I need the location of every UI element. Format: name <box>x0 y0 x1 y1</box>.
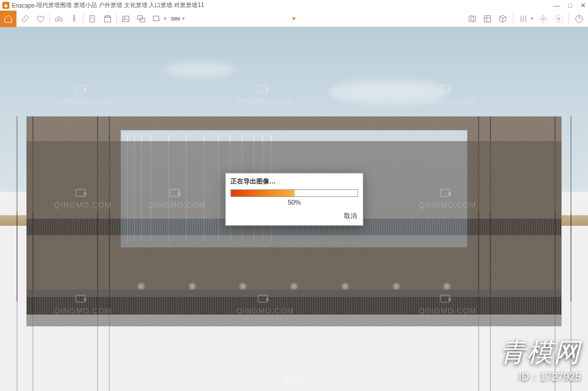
watermark-logo-icon <box>75 189 86 197</box>
walk-icon[interactable] <box>69 14 79 24</box>
progress-percent-label: 50% <box>226 197 363 209</box>
cloud-graphic <box>165 62 235 77</box>
dropdown-caret-icon[interactable]: ▾ <box>164 16 166 21</box>
watermark-text: QINGMO.COM <box>54 96 112 105</box>
link-icon[interactable] <box>20 14 31 24</box>
render-viewport[interactable]: QINGMO.COM QINGMO.COM QINGMO.COM QINGMO.… <box>0 27 588 391</box>
main-toolbar: ▾ BIM▾ ▾ ▾ <box>0 11 588 27</box>
svg-point-11 <box>542 18 544 20</box>
watermark-logo-icon <box>440 189 450 197</box>
watermark-text: QINGMO.COM <box>236 96 294 105</box>
svg-point-0 <box>55 18 58 21</box>
batch-export-icon[interactable] <box>136 14 146 24</box>
center-indicator-icon: ▾ <box>292 15 296 22</box>
watermark-text: QINGMO.COM <box>419 200 476 209</box>
binoculars-icon[interactable] <box>54 14 64 24</box>
watermark-text: QINGMO.COM <box>236 306 294 315</box>
watermark-logo-icon <box>169 189 180 197</box>
dialog-title: 正在导出图像… <box>226 173 363 188</box>
watermark-logo-icon <box>440 295 450 303</box>
svg-rect-4 <box>105 17 111 22</box>
svg-point-2 <box>74 15 75 17</box>
settings-icon[interactable] <box>553 14 564 24</box>
bim-label[interactable]: BIM <box>171 16 180 22</box>
watermark-text: QINGMO.COM <box>148 200 206 209</box>
help-icon[interactable] <box>574 14 584 24</box>
model-id-label: ID：1727925 <box>519 370 581 384</box>
dropdown-caret-icon[interactable]: ▾ <box>531 16 533 21</box>
svg-rect-10 <box>485 15 491 22</box>
export-settings-icon[interactable] <box>151 14 162 24</box>
watermark-logo-icon <box>440 85 450 93</box>
watermark-text: QINGMO.COM <box>54 200 112 209</box>
dropdown-caret-icon[interactable]: ▾ <box>182 16 185 21</box>
app-logo-icon: ◆ <box>2 2 9 9</box>
export-progress-dialog: 正在导出图像… 50% 取消 <box>225 173 363 226</box>
window-titlebar: ◆ Enscape - 现代景墙围墙 景墙小品 户外景墙 文化景墙 入口景墙 对… <box>0 0 588 11</box>
brand-watermark: 青模网 <box>500 335 581 370</box>
watermark-logo-icon <box>258 295 268 303</box>
cancel-button[interactable]: 取消 <box>344 212 357 219</box>
window-maximize-button[interactable]: □ <box>568 2 572 9</box>
building-icon[interactable] <box>87 14 98 24</box>
map-icon[interactable] <box>467 14 477 24</box>
watermark-text: QINGMO.COM <box>419 306 476 315</box>
watermark-text: QINGMO.COM <box>419 96 476 105</box>
watermark-logo-icon <box>75 295 86 303</box>
home-button[interactable] <box>0 11 16 27</box>
cube-icon[interactable] <box>497 14 508 24</box>
watermark-logo-icon <box>75 85 86 93</box>
watermark-logo-icon <box>258 85 268 93</box>
clapper-icon[interactable] <box>102 14 113 24</box>
favorite-icon[interactable] <box>35 14 46 24</box>
app-name: Enscape <box>12 2 35 9</box>
progress-bar <box>230 189 358 197</box>
bottom-watermark: 青模网 <box>283 375 306 385</box>
progress-fill <box>231 190 295 196</box>
svg-point-12 <box>557 18 560 20</box>
window-close-button[interactable]: ✕ <box>580 2 586 9</box>
svg-rect-3 <box>90 15 95 22</box>
watermark-text: QINGMO.COM <box>54 306 112 315</box>
toolbar-separator <box>569 14 569 24</box>
asset-library-icon[interactable] <box>482 14 493 24</box>
views-icon[interactable] <box>518 14 529 24</box>
svg-rect-9 <box>153 16 159 21</box>
visual-settings-icon[interactable] <box>538 14 549 24</box>
svg-rect-5 <box>123 16 129 21</box>
toolbar-separator <box>513 14 513 24</box>
window-minimize-button[interactable]: — <box>553 2 560 9</box>
document-title: 现代景墙围墙 景墙小品 户外景墙 文化景墙 入口景墙 对景景墙11 <box>36 1 204 9</box>
image-export-icon[interactable] <box>121 14 131 24</box>
svg-point-1 <box>59 18 62 21</box>
